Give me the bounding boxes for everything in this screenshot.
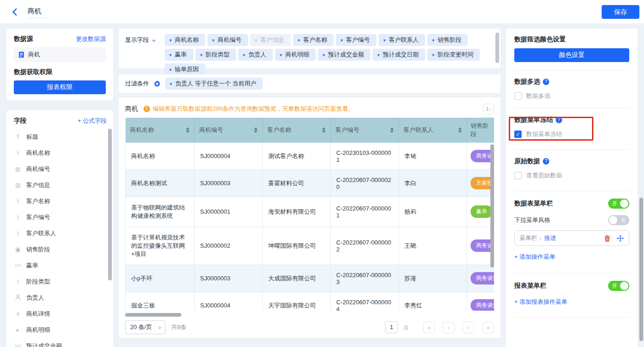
table-header-cell[interactable]: 销售阶段: [467, 118, 494, 142]
sort-arrows-icon[interactable]: [254, 127, 258, 133]
display-field-chip[interactable]: ▾客户编号: [336, 34, 376, 46]
fields-scrollbar[interactable]: [108, 129, 112, 280]
field-item[interactable]: ▣销售阶段: [14, 241, 107, 257]
sort-arrows-icon[interactable]: [322, 127, 326, 133]
display-field-chip[interactable]: ▾商机名称: [165, 34, 205, 46]
table-header-cell[interactable]: 客户编号: [331, 118, 399, 142]
page-input[interactable]: 1: [385, 321, 398, 333]
move-icon[interactable]: [616, 234, 624, 242]
sort-arrows-icon[interactable]: [390, 127, 394, 133]
display-field-chip[interactable]: ▾商机编号: [207, 34, 248, 46]
field-item[interactable]: ▤商机编号: [14, 161, 107, 177]
field-item[interactable]: I客户编号: [14, 209, 107, 225]
preview-warning: ! 编辑界面只取数据源前200条作为查询数据预览，完整数据请访问页面查看。: [144, 105, 477, 113]
filter-chip-label: 负责人 等于任意一个 当前用户: [175, 80, 256, 88]
sort-arrows-icon[interactable]: [186, 127, 190, 133]
cell-contact: 李铭: [399, 142, 467, 170]
chip-label: 客户名称: [303, 36, 327, 44]
field-item[interactable]: T标题: [14, 129, 107, 145]
help-icon[interactable]: ?: [543, 158, 549, 165]
cell-customer_code: C-20220607-0000020: [331, 170, 399, 197]
table-row: 商机名称SJ0000004测试客户名称C-20230103-0000001李铭商…: [126, 142, 494, 170]
change-datasource-link[interactable]: 更改数据源: [76, 35, 106, 43]
table-row: 基于计算机视觉技术的监控摄像头互联网+项目SJ0000002坤曜国际有限公司C-…: [126, 227, 494, 265]
field-item[interactable]: 123预计成交金额: [14, 338, 107, 347]
add-formula-field-link[interactable]: + 公式字段: [78, 117, 107, 125]
field-item[interactable]: I阶段类型: [14, 273, 107, 290]
display-field-chip[interactable]: ▾预计成交金额: [318, 49, 370, 61]
display-field-chip[interactable]: ▾阶段变更时间: [427, 49, 480, 61]
add-action-menu-link[interactable]: + 添加操作菜单: [514, 253, 629, 261]
field-item[interactable]: ▥客户信息: [14, 177, 107, 193]
display-field-chip[interactable]: ▾客户信息: [250, 34, 291, 46]
chip-label: 预计成交日期: [383, 51, 419, 59]
table-menu-toggle[interactable]: 开: [608, 199, 629, 209]
field-item[interactable]: ▸商机明细: [14, 322, 107, 338]
cell-contact: 王晓: [399, 227, 467, 265]
report-permission-button[interactable]: 报表权限: [14, 80, 106, 94]
cell-customer_code: C-20220607-0000004: [331, 292, 399, 311]
field-label: 客户名称: [26, 197, 50, 205]
display-field-chip[interactable]: ▾客户名称: [293, 34, 334, 46]
field-item[interactable]: I客户联系人: [14, 225, 107, 241]
report-menu-toggle[interactable]: 开: [608, 281, 629, 291]
text-icon: I: [14, 150, 22, 156]
pager-first-button[interactable]: «: [423, 322, 435, 333]
menu-item-box[interactable]: 菜单栏： 推进: [514, 230, 629, 246]
field-label: 标题: [26, 133, 38, 141]
field-item[interactable]: ≡商机详情: [14, 306, 107, 322]
fields-card: 字段 + 公式字段 T标题I商机名称▤商机编号▥客户信息I客户名称I客户编号I客…: [6, 110, 113, 347]
chip-label: 客户信息: [260, 36, 284, 44]
window-scrollbar[interactable]: [639, 198, 643, 341]
trash-icon[interactable]: [603, 234, 611, 242]
cell-customer_code: C-20220607-0000003: [331, 265, 399, 292]
menu-freeze-title: 数据菜单冻结: [514, 116, 553, 123]
chip-label: 销售阶段: [437, 36, 461, 44]
field-item[interactable]: I客户名称: [14, 193, 107, 209]
add-display-field-button[interactable]: +: [152, 36, 156, 44]
field-item[interactable]: 123赢率: [14, 257, 107, 273]
filter-chip[interactable]: ▾ 负责人 等于任意一个 当前用户: [165, 78, 263, 90]
pager-prev-button[interactable]: ‹: [443, 322, 454, 333]
menu-freeze-checkbox[interactable]: ✓: [514, 131, 522, 138]
help-icon[interactable]: ?: [543, 79, 549, 85]
display-field-chip[interactable]: ▾客户联系人: [379, 34, 425, 46]
dropdown-style-toggle[interactable]: 关: [608, 215, 629, 225]
datasource-item[interactable]: 商机: [14, 47, 106, 62]
table-header-cell[interactable]: 客户联系人: [399, 118, 467, 142]
sort-arrows-icon[interactable]: [458, 127, 462, 133]
color-settings-button[interactable]: 颜色设置: [514, 48, 629, 62]
cell-code: SJ0000001: [195, 197, 263, 227]
cell-code: SJ0000004: [195, 142, 263, 170]
back-icon[interactable]: [12, 8, 18, 15]
sort-order-button[interactable]: 1↓: [483, 103, 494, 114]
display-field-chip[interactable]: ▾负责人: [238, 49, 273, 61]
settings-panel: 数据筛选颜色设置 颜色设置 数据多选? ✓ 数据多选 数据菜单冻结? ✓ 数据菜…: [506, 28, 638, 347]
chevron-down-icon: ▾: [170, 81, 172, 86]
add-report-action-menu-link[interactable]: + 添加报表操作菜单: [514, 298, 629, 306]
chevron-down-icon: ▾: [432, 52, 434, 57]
display-field-chip[interactable]: ▾输单原因: [165, 63, 205, 75]
page-size-select[interactable]: 20 条/页 ∨: [125, 320, 166, 334]
display-fields-scrollbar[interactable]: [495, 33, 499, 63]
display-field-chip[interactable]: ▾销售阶段: [427, 34, 468, 46]
pager-last-button[interactable]: »: [483, 322, 494, 333]
save-button[interactable]: 保存: [602, 5, 639, 19]
table-header-cell[interactable]: 商机编号: [195, 118, 263, 142]
gear-icon[interactable]: [154, 80, 161, 87]
display-field-chip[interactable]: ▾赢率: [165, 49, 193, 61]
help-icon[interactable]: ?: [556, 117, 562, 123]
field-item[interactable]: 负责人: [14, 290, 107, 306]
display-field-chip[interactable]: ▾商机明细: [275, 49, 316, 61]
table-horizontal-scrollbar[interactable]: [125, 313, 494, 317]
multiselect-checkbox[interactable]: ✓: [514, 92, 522, 100]
display-field-chip[interactable]: ▾阶段类型: [196, 49, 236, 61]
pager-next-button[interactable]: ›: [463, 322, 474, 333]
raw-data-checkbox[interactable]: ✓: [514, 172, 522, 179]
table-header-cell[interactable]: 客户名称: [263, 118, 331, 142]
field-item[interactable]: I商机名称: [14, 145, 107, 161]
table-header-cell[interactable]: 商机名称: [126, 118, 195, 142]
stage-badge: 商务谈判: [471, 272, 494, 284]
table-vertical-scrollbar[interactable]: [490, 144, 494, 267]
display-field-chip[interactable]: ▾预计成交日期: [373, 49, 425, 61]
